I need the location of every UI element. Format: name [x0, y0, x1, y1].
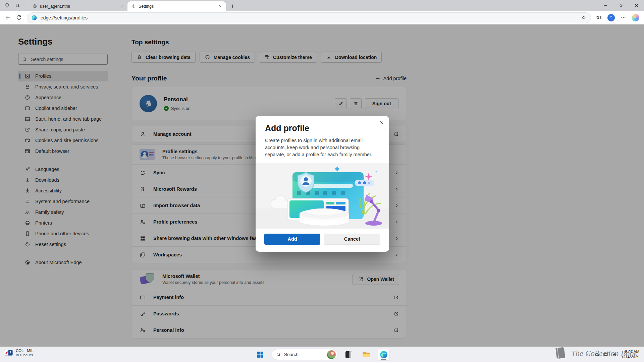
favorites-bar-icon[interactable]	[596, 14, 602, 21]
new-tab-button[interactable]	[230, 4, 235, 9]
browser-essentials-icon[interactable]	[607, 14, 615, 21]
tab-separator	[27, 3, 27, 8]
restore-button[interactable]	[613, 0, 629, 11]
browser-toolbar: edge://settings/profiles	[0, 11, 644, 24]
clock-date: 6/14/2025	[622, 355, 639, 359]
onedrive-cloud-icon[interactable]	[595, 352, 600, 357]
back-icon[interactable]	[5, 14, 11, 21]
mlb-logo-icon	[4, 350, 13, 356]
tab-title: user_agent.html	[40, 4, 116, 9]
sports-widget[interactable]: COL - MIL In 6 hours	[4, 349, 34, 357]
widget-time: In 6 hours	[16, 353, 34, 357]
minimize-button[interactable]	[598, 0, 613, 11]
gear-icon	[131, 4, 136, 9]
refresh-icon[interactable]	[16, 14, 22, 21]
start-button[interactable]	[254, 349, 266, 361]
tab-user-agent[interactable]: user_agent.html	[29, 1, 127, 11]
tab-actions-icon[interactable]	[4, 3, 9, 8]
taskbar-search-box[interactable]: Search	[272, 349, 337, 360]
add-profile-dialog: Add profile Create profiles to sign in w…	[256, 116, 389, 252]
taskbar-search-label: Search	[284, 352, 299, 357]
edge-logo-icon	[31, 15, 37, 21]
tab-settings[interactable]: Settings	[127, 1, 226, 11]
file-explorer-button[interactable]	[360, 349, 372, 361]
url-text: edge://settings/profiles	[41, 15, 88, 20]
clock-time: 5:07 AM	[625, 350, 639, 354]
dialog-add-button[interactable]: Add	[264, 234, 320, 245]
tab-close-icon[interactable]	[217, 4, 223, 9]
volume-icon[interactable]	[612, 352, 617, 357]
folder-icon	[362, 350, 371, 359]
add-profile-illustration	[256, 163, 389, 229]
system-tray: 5:07 AM 6/14/2025	[586, 347, 639, 362]
hidden-icons-chevron[interactable]	[586, 352, 591, 357]
taskbar-app-dark-tile[interactable]	[343, 349, 355, 361]
widget-matchup: COL - MIL	[16, 349, 34, 353]
dark-app-icon	[345, 351, 353, 359]
taskbar-clock[interactable]: 5:07 AM 6/14/2025	[622, 349, 639, 360]
tab-strip: user_agent.html Settings	[0, 0, 644, 11]
bing-daily-image-icon	[327, 350, 336, 359]
edge-browser-window: user_agent.html Settings	[0, 0, 644, 362]
dialog-title: Add profile	[256, 116, 389, 133]
globe-icon	[32, 4, 37, 9]
tab-close-icon[interactable]	[119, 4, 124, 9]
close-button[interactable]	[629, 0, 644, 11]
search-icon	[276, 352, 281, 357]
device-icon[interactable]	[603, 352, 608, 357]
windows-start-icon	[257, 351, 264, 358]
vertical-tabs-icon[interactable]	[15, 3, 21, 8]
windows-taskbar: COL - MIL In 6 hours Search	[0, 347, 644, 362]
edge-taskbar-button[interactable]	[378, 349, 390, 361]
copilot-icon[interactable]	[632, 14, 639, 21]
dialog-cancel-button[interactable]: Cancel	[324, 234, 380, 245]
settings-menu-icon[interactable]	[620, 14, 627, 21]
dialog-close-icon[interactable]	[379, 120, 384, 125]
favorite-star-icon[interactable]	[581, 15, 587, 20]
browser-chrome: user_agent.html Settings	[0, 0, 644, 24]
edge-logo-icon	[379, 350, 388, 359]
tab-title: Settings	[139, 4, 215, 9]
address-bar[interactable]: edge://settings/profiles	[27, 12, 591, 23]
dialog-body-text: Create profiles to sign in with addition…	[256, 133, 389, 158]
